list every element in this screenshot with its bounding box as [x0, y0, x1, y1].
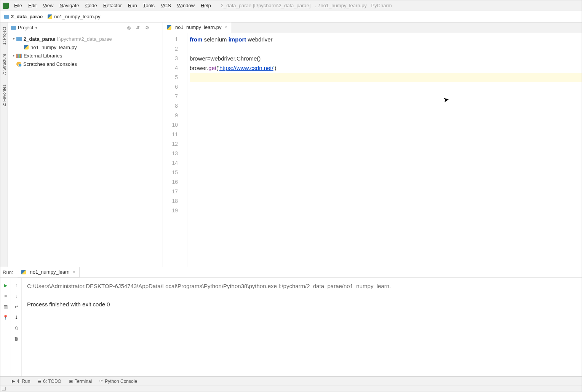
menu-help[interactable]: Help	[198, 1, 214, 10]
libraries-icon	[16, 54, 22, 58]
python-icon	[21, 270, 26, 274]
vertical-tab[interactable]: 1: Project	[2, 27, 6, 45]
tab-icon: ▶	[12, 379, 15, 384]
window-title: 2_data_parae [I:\pycharm\2_data_parae] -…	[221, 3, 392, 8]
code-line[interactable]	[190, 73, 582, 82]
run-tab-label: no1_numpy_learn	[30, 269, 69, 275]
status-bar	[0, 386, 582, 392]
run-panel-label: Run:	[3, 269, 13, 275]
status-indicator-icon	[2, 387, 6, 390]
code-line[interactable]	[190, 177, 582, 187]
app-icon	[3, 3, 9, 9]
close-icon[interactable]: ×	[73, 269, 75, 275]
menu-file[interactable]: File	[11, 1, 25, 10]
bottom-toolbar: ▶4: Run≣6: TODO▣Terminal⟳Python Console	[0, 376, 582, 386]
code-line[interactable]	[190, 44, 582, 54]
bottom-tab[interactable]: ⟳Python Console	[96, 377, 141, 386]
menu-code[interactable]: Code	[82, 1, 100, 10]
tree-expander-icon[interactable]: ▾	[11, 37, 16, 41]
up-button[interactable]: ↑	[13, 282, 20, 289]
menu-tools[interactable]: Tools	[140, 1, 158, 10]
menu-run[interactable]: Run	[125, 1, 140, 10]
editor-area: no1_numpy_learn.py × 1234567891011121314…	[163, 22, 582, 267]
menu-vcs[interactable]: VCS	[158, 1, 174, 10]
wrap-button[interactable]: ↩	[13, 303, 20, 310]
code-line[interactable]	[190, 130, 582, 139]
left-vertical-toolbar: 1: Project7: Structure2: Favorites	[0, 22, 8, 267]
minimize-icon[interactable]: —	[153, 24, 160, 31]
folder-icon	[11, 26, 16, 30]
scratch-icon	[16, 62, 21, 67]
python-icon	[167, 25, 171, 30]
console-command-line: C:\Users\Administrator.DESKTOP-6J54743\A…	[27, 282, 576, 291]
print-button[interactable]: ⎙	[13, 325, 20, 331]
settings-icon[interactable]: ⚙	[144, 24, 150, 31]
tab-icon: ⟳	[99, 379, 103, 384]
tree-item[interactable]: ▸External Libraries	[8, 51, 163, 60]
trash-button[interactable]: 🗑	[13, 335, 20, 342]
menu-edit[interactable]: Edit	[25, 1, 40, 10]
run-console[interactable]: C:\Users\Administrator.DESKTOP-6J54743\A…	[22, 278, 582, 376]
editor-tab[interactable]: no1_numpy_learn.py ×	[163, 22, 231, 33]
close-icon[interactable]: ×	[224, 25, 227, 30]
bottom-tab[interactable]: ▣Terminal	[65, 377, 96, 386]
folder-icon	[4, 15, 9, 19]
editor-tab-label: no1_numpy_learn.py	[175, 24, 221, 30]
pin-button[interactable]: 📍	[2, 314, 9, 321]
tree-item[interactable]: Scratches and Consoles	[8, 60, 163, 68]
bottom-tab[interactable]: ▶4: Run	[8, 377, 34, 386]
code-line[interactable]: brower=webdriver.Chrome()	[190, 54, 582, 63]
tree-item[interactable]: ▾2_data_parae I:\pycharm\2_data_parae	[8, 35, 163, 43]
code-line[interactable]	[190, 92, 582, 101]
tree-expander-icon[interactable]: ▸	[11, 54, 16, 57]
run-tab[interactable]: no1_numpy_learn ×	[18, 267, 79, 277]
stop-button[interactable]: ■	[2, 293, 9, 300]
run-toolbar-primary: ▶■▤📍	[0, 278, 11, 376]
code-line[interactable]	[190, 111, 582, 120]
code-line[interactable]: brower.get('https://www.csdn.net/')	[190, 63, 582, 73]
chevron-down-icon[interactable]: ▾	[35, 26, 37, 30]
code-line[interactable]	[190, 187, 582, 196]
menu-window[interactable]: Window	[174, 1, 198, 10]
tab-icon: ▣	[69, 379, 73, 384]
console-result-line: Process finished with exit code 0	[27, 300, 576, 309]
code-line[interactable]	[190, 158, 582, 168]
scroll-button[interactable]: ⤓	[13, 314, 20, 321]
project-sidebar: Project ▾ ◎⇵⚙— ▾2_data_parae I:\pycharm\…	[8, 22, 163, 267]
code-line[interactable]	[190, 120, 582, 130]
code-line[interactable]	[190, 101, 582, 111]
folder-icon	[16, 37, 22, 41]
vertical-tab[interactable]: 7: Structure	[2, 54, 6, 75]
run-toolbar-secondary: ↑↓↩⤓⎙🗑	[11, 278, 22, 376]
breadcrumb-item[interactable]: 2_data_parae	[2, 14, 45, 19]
play-button[interactable]: ▶	[2, 282, 9, 289]
code-line[interactable]	[190, 149, 582, 158]
vertical-tab[interactable]: 2: Favorites	[2, 84, 6, 106]
code-line[interactable]	[190, 206, 582, 215]
code-editor[interactable]: 12345678910111213141516171819 from selen…	[163, 33, 582, 267]
tree-item[interactable]: no1_numpy_learn.py	[8, 43, 163, 51]
code-line[interactable]	[190, 168, 582, 177]
menu-refactor[interactable]: Refactor	[100, 1, 125, 10]
python-icon	[48, 14, 52, 19]
line-gutter: 12345678910111213141516171819	[163, 33, 181, 267]
breadcrumb-item[interactable]: no1_numpy_learn.py	[45, 14, 103, 19]
menu-navigate[interactable]: Navigate	[56, 1, 82, 10]
menu-view[interactable]: View	[40, 1, 56, 10]
tab-icon: ≣	[38, 379, 41, 384]
code-line[interactable]	[190, 196, 582, 206]
sidebar-title[interactable]: Project	[18, 25, 33, 30]
layout-button[interactable]: ▤	[2, 303, 9, 310]
breadcrumb: 2_data_paraeno1_numpy_learn.py	[0, 11, 582, 22]
down-button[interactable]: ↓	[13, 293, 20, 300]
project-tree[interactable]: ▾2_data_parae I:\pycharm\2_data_parae no…	[8, 33, 163, 70]
python-icon	[24, 45, 29, 49]
collapse-icon[interactable]: ⇵	[134, 24, 141, 31]
code-line[interactable]	[190, 82, 582, 92]
menubar: FileEditViewNavigateCodeRefactorRunTools…	[0, 0, 582, 11]
run-panel: Run: no1_numpy_learn × ▶■▤📍 ↑↓↩⤓⎙🗑 C:\Us…	[0, 267, 582, 376]
code-line[interactable]	[190, 139, 582, 149]
target-icon[interactable]: ◎	[125, 24, 132, 31]
bottom-tab[interactable]: ≣6: TODO	[34, 377, 65, 386]
code-line[interactable]: from selenium import webdriver	[190, 35, 582, 44]
